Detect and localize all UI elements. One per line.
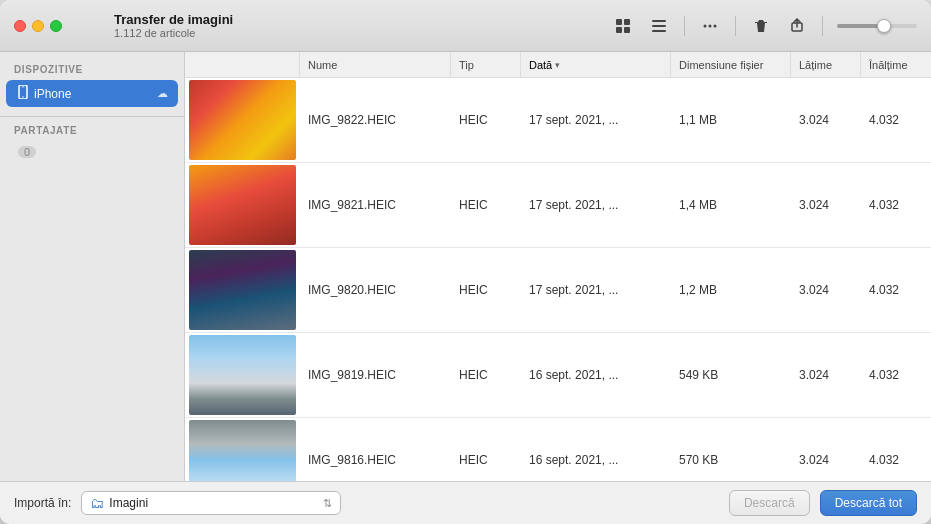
cell-name: IMG_9820.HEIC <box>300 248 451 332</box>
app-window: Transfer de imagini 1.112 de articole <box>0 0 931 524</box>
main-area: DISPOZITIVE iPhone ☁ PARTAJATE 0 <box>0 52 931 481</box>
photo-thumbnail <box>189 165 296 245</box>
th-thumbnail <box>185 52 300 77</box>
sidebar-divider <box>0 116 184 117</box>
th-type[interactable]: Tip <box>451 52 521 77</box>
svg-rect-6 <box>652 30 666 32</box>
toolbar-actions <box>608 14 917 38</box>
cell-width: 3.024 <box>791 163 861 247</box>
cell-date: 17 sept. 2021, ... <box>521 248 671 332</box>
folder-icon: 🗂 <box>90 495 104 511</box>
cell-type: HEIC <box>451 78 521 162</box>
cell-date: 16 sept. 2021, ... <box>521 418 671 481</box>
sidebar: DISPOZITIVE iPhone ☁ PARTAJATE 0 <box>0 52 185 481</box>
cloud-icon: ☁ <box>157 87 168 100</box>
sidebar-item-shared[interactable]: 0 <box>6 141 178 163</box>
svg-rect-3 <box>624 27 630 33</box>
svg-rect-2 <box>616 27 622 33</box>
cell-height: 4.032 <box>861 333 931 417</box>
th-width[interactable]: Lățime <box>791 52 861 77</box>
svg-rect-12 <box>22 87 25 88</box>
svg-rect-4 <box>652 20 666 22</box>
cell-name: IMG_9821.HEIC <box>300 163 451 247</box>
cell-date: 17 sept. 2021, ... <box>521 163 671 247</box>
download-all-button[interactable]: Descarcă tot <box>820 490 917 516</box>
cell-thumbnail <box>185 78 300 162</box>
sort-arrow: ▾ <box>555 60 560 70</box>
table-row[interactable]: IMG_9822.HEICHEIC17 sept. 2021, ...1,1 M… <box>185 78 931 163</box>
sidebar-item-iphone[interactable]: iPhone ☁ <box>6 80 178 107</box>
share-button[interactable] <box>782 14 812 38</box>
cell-name: IMG_9819.HEIC <box>300 333 451 417</box>
photo-thumbnail <box>189 420 296 481</box>
delete-button[interactable] <box>746 14 776 38</box>
folder-select[interactable]: 🗂 Imagini ⇅ <box>81 491 341 515</box>
folder-name: Imagini <box>109 496 318 510</box>
window-title: Transfer de imagini <box>114 12 596 27</box>
shared-badge: 0 <box>18 146 36 158</box>
svg-rect-1 <box>624 19 630 25</box>
cell-type: HEIC <box>451 248 521 332</box>
cell-date: 16 sept. 2021, ... <box>521 333 671 417</box>
maximize-button[interactable] <box>50 20 62 32</box>
cell-size: 1,1 MB <box>671 78 791 162</box>
svg-point-8 <box>709 24 712 27</box>
cell-size: 1,2 MB <box>671 248 791 332</box>
minimize-button[interactable] <box>32 20 44 32</box>
svg-rect-5 <box>652 25 666 27</box>
download-button[interactable]: Descarcă <box>729 490 810 516</box>
cell-type: HEIC <box>451 418 521 481</box>
cell-type: HEIC <box>451 333 521 417</box>
cell-height: 4.032 <box>861 418 931 481</box>
separator-2 <box>735 16 736 36</box>
photo-thumbnail <box>189 250 296 330</box>
th-name[interactable]: Nume <box>300 52 451 77</box>
cell-thumbnail <box>185 333 300 417</box>
cell-date: 17 sept. 2021, ... <box>521 78 671 162</box>
svg-rect-0 <box>616 19 622 25</box>
shared-section-label: PARTAJATE <box>0 125 184 140</box>
cell-thumbnail <box>185 163 300 247</box>
photo-thumbnail <box>189 335 296 415</box>
title-area: Transfer de imagini 1.112 de articole <box>74 12 596 39</box>
cell-width: 3.024 <box>791 78 861 162</box>
svg-point-9 <box>714 24 717 27</box>
window-subtitle: 1.112 de articole <box>114 27 596 39</box>
svg-point-13 <box>22 96 23 97</box>
separator-1 <box>684 16 685 36</box>
content-area: Nume Tip Dată ▾ Dimensiune fișier Lățime… <box>185 52 931 481</box>
bottom-bar: Importă în: 🗂 Imagini ⇅ Descarcă Descarc… <box>0 481 931 524</box>
traffic-lights <box>14 20 62 32</box>
cell-height: 4.032 <box>861 78 931 162</box>
cell-type: HEIC <box>451 163 521 247</box>
cell-thumbnail <box>185 418 300 481</box>
cell-width: 3.024 <box>791 248 861 332</box>
table-row[interactable]: IMG_9820.HEICHEIC17 sept. 2021, ...1,2 M… <box>185 248 931 333</box>
th-date[interactable]: Dată ▾ <box>521 52 671 77</box>
cell-name: IMG_9816.HEIC <box>300 418 451 481</box>
th-height[interactable]: Înălțime <box>861 52 931 77</box>
cell-height: 4.032 <box>861 163 931 247</box>
cell-size: 549 KB <box>671 333 791 417</box>
more-button[interactable] <box>695 14 725 38</box>
list-view-button[interactable] <box>644 14 674 38</box>
zoom-slider-container <box>837 24 917 28</box>
table-header: Nume Tip Dată ▾ Dimensiune fișier Lățime… <box>185 52 931 78</box>
table-row[interactable]: IMG_9819.HEICHEIC16 sept. 2021, ...549 K… <box>185 333 931 418</box>
table-body: IMG_9822.HEICHEIC17 sept. 2021, ...1,1 M… <box>185 78 931 481</box>
cell-size: 1,4 MB <box>671 163 791 247</box>
table-row[interactable]: IMG_9816.HEICHEIC16 sept. 2021, ...570 K… <box>185 418 931 481</box>
cell-width: 3.024 <box>791 418 861 481</box>
table-row[interactable]: IMG_9821.HEICHEIC17 sept. 2021, ...1,4 M… <box>185 163 931 248</box>
cell-height: 4.032 <box>861 248 931 332</box>
photo-thumbnail <box>189 80 296 160</box>
grid-view-button[interactable] <box>608 14 638 38</box>
zoom-slider[interactable] <box>837 24 917 28</box>
svg-point-7 <box>704 24 707 27</box>
cell-thumbnail <box>185 248 300 332</box>
th-size[interactable]: Dimensiune fișier <box>671 52 791 77</box>
close-button[interactable] <box>14 20 26 32</box>
iphone-icon <box>18 85 28 102</box>
cell-name: IMG_9822.HEIC <box>300 78 451 162</box>
cell-width: 3.024 <box>791 333 861 417</box>
